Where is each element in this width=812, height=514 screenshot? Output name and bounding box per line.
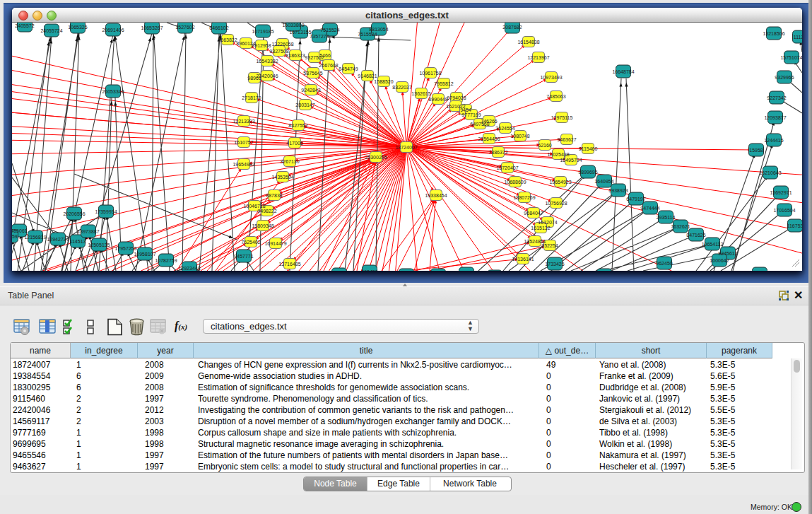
svg-text:15958: 15958 (749, 148, 763, 153)
svg-text:962450: 962450 (361, 269, 377, 271)
svg-text:1065326: 1065326 (68, 25, 87, 30)
svg-text:62160: 62160 (538, 143, 552, 148)
svg-text:14353594: 14353594 (271, 175, 293, 180)
svg-text:24055724: 24055724 (40, 28, 62, 33)
svg-text:13218506: 13218506 (763, 31, 784, 36)
svg-text:9457771: 9457771 (234, 254, 253, 259)
svg-text:15720407: 15720407 (496, 165, 518, 170)
svg-text:26053346: 26053346 (102, 89, 124, 94)
svg-text:20691406: 20691406 (102, 28, 124, 33)
svg-text:3624554: 3624554 (495, 126, 514, 131)
svg-text:9498222: 9498222 (257, 209, 276, 214)
svg-text:12975115: 12975115 (551, 115, 573, 120)
svg-text:11124: 11124 (794, 35, 802, 40)
svg-text:3267130: 3267130 (280, 159, 299, 164)
svg-text:1362615: 1362615 (411, 91, 430, 96)
svg-text:16543382: 16543382 (256, 59, 278, 64)
svg-text:16154838: 16154838 (517, 40, 539, 45)
svg-text:8912958: 8912958 (252, 43, 271, 48)
svg-text:1080748: 1080748 (510, 134, 529, 139)
svg-text:7485063: 7485063 (546, 94, 565, 99)
svg-text:10688609: 10688609 (504, 180, 526, 185)
svg-text:9777169: 9777169 (461, 112, 481, 117)
svg-text:252254: 252254 (541, 243, 558, 248)
svg-text:7663822: 7663822 (218, 37, 237, 42)
svg-text:6466102: 6466102 (209, 25, 228, 30)
svg-text:9242843: 9242843 (301, 88, 320, 93)
svg-text:10958107: 10958107 (134, 252, 155, 257)
svg-text:20206556: 20206556 (63, 211, 85, 216)
svg-text:114513: 114513 (70, 239, 86, 244)
svg-text:1612074: 1612074 (538, 220, 557, 225)
svg-text:12213967: 12213967 (527, 55, 549, 60)
svg-text:12923448: 12923448 (178, 266, 200, 271)
svg-text:2667608: 2667608 (319, 63, 338, 68)
svg-text:1588520: 1588520 (374, 79, 393, 84)
svg-text:1244415: 1244415 (764, 138, 783, 143)
svg-text:9146821: 9146821 (358, 74, 377, 78)
svg-text:1615132: 1615132 (531, 226, 550, 230)
svg-text:14136141: 14136141 (512, 257, 534, 262)
svg-text:6794028: 6794028 (447, 95, 466, 100)
svg-text:5938923: 5938923 (608, 188, 628, 193)
svg-text:7625402: 7625402 (241, 240, 260, 245)
svg-text:19338454: 19338454 (425, 193, 447, 198)
svg-text:12093877: 12093877 (764, 115, 786, 120)
svg-text:1610757: 1610757 (234, 140, 253, 145)
svg-text:2803147: 2803147 (295, 103, 314, 107)
svg-text:2718170: 2718170 (242, 95, 261, 100)
svg-text:6479197: 6479197 (626, 197, 645, 201)
svg-text:25300295: 25300295 (365, 155, 387, 160)
svg-text:10654112: 10654112 (702, 242, 724, 247)
svg-text:8990448: 8990448 (428, 97, 447, 102)
svg-text:9474444: 9474444 (640, 206, 659, 211)
svg-text:1000642: 1000642 (710, 258, 729, 263)
svg-text:16210643: 16210643 (759, 170, 781, 175)
svg-text:116753: 116753 (787, 223, 802, 228)
svg-text:18807269: 18807269 (513, 195, 535, 200)
svg-text:10046718: 10046718 (243, 204, 265, 209)
svg-text:10756928: 10756928 (545, 201, 567, 206)
svg-text:10719185: 10719185 (252, 29, 273, 34)
svg-text:7515524: 7515524 (320, 28, 339, 33)
svg-text:9115460: 9115460 (579, 146, 598, 151)
svg-text:19654923: 19654923 (549, 180, 571, 185)
svg-text:887834: 887834 (266, 193, 282, 198)
svg-text:15495794: 15495794 (560, 158, 582, 163)
svg-text:10782759: 10782759 (155, 258, 177, 263)
svg-text:13226058: 13226058 (271, 42, 293, 47)
svg-text:9899695: 9899695 (578, 170, 597, 175)
svg-text:12505135: 12505135 (88, 243, 110, 247)
svg-text:8471626: 8471626 (686, 233, 705, 238)
svg-text:9227342: 9227342 (767, 95, 786, 100)
svg-text:9245612: 9245612 (718, 251, 737, 256)
svg-text:9463627: 9463627 (557, 137, 576, 142)
svg-text:16648784: 16648784 (612, 69, 634, 74)
svg-text:9329966: 9329966 (775, 75, 794, 80)
svg-text:10973493: 10973493 (540, 75, 562, 80)
svg-text:12942737: 12942737 (47, 237, 69, 242)
svg-text:10653267: 10653267 (141, 25, 163, 30)
svg-text:13973887: 13973887 (77, 229, 99, 234)
svg-text:2087682: 2087682 (502, 25, 522, 30)
svg-text:962450: 962450 (656, 261, 672, 266)
svg-text:21564436: 21564436 (478, 136, 500, 141)
svg-text:7357274: 7357274 (310, 34, 329, 39)
svg-text:16033809: 16033809 (282, 23, 304, 28)
svg-text:1733426: 1733426 (545, 262, 564, 267)
svg-text:10961758: 10961758 (419, 71, 441, 76)
svg-text:15692971: 15692971 (770, 190, 792, 195)
svg-text:9454: 9454 (460, 107, 471, 112)
svg-text:8813054: 8813054 (369, 27, 388, 32)
svg-text:18724007: 18724007 (395, 145, 417, 150)
svg-text:8186323: 8186323 (286, 53, 305, 58)
svg-text:17359934: 17359934 (95, 209, 117, 214)
svg-text:9684047: 9684047 (524, 211, 543, 216)
svg-text:485061: 485061 (12, 228, 28, 233)
svg-text:12213303: 12213303 (233, 119, 254, 124)
svg-text:16914479: 16914479 (264, 241, 286, 246)
svg-text:10025438: 10025438 (547, 152, 569, 157)
svg-text:12156819: 12156819 (24, 235, 46, 240)
svg-text:7515524: 7515524 (358, 32, 377, 37)
svg-text:17016504: 17016504 (773, 208, 795, 213)
